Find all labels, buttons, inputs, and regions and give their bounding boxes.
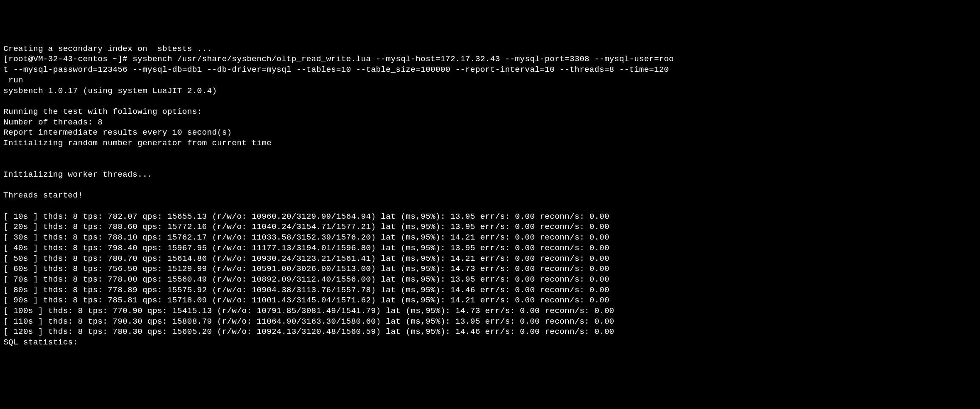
- version-info: sysbench 1.0.17 (using system LuaJIT 2.0…: [3, 86, 977, 96]
- terminal-output[interactable]: Creating a secondary index on sbtests ..…: [3, 44, 977, 348]
- result-row: [ 50s ] thds: 8 tps: 780.70 qps: 15614.8…: [3, 254, 977, 264]
- report-interval: Report intermediate results every 10 sec…: [3, 127, 977, 138]
- threads-started: Threads started!: [3, 190, 977, 201]
- command-text-1: sysbench /usr/share/sysbench/oltp_read_w…: [132, 54, 674, 64]
- prompt: [root@VM-32-43-centos ~]#: [3, 54, 132, 64]
- result-row: [ 90s ] thds: 8 tps: 785.81 qps: 15718.0…: [3, 295, 977, 306]
- result-row: [ 70s ] thds: 8 tps: 778.00 qps: 15560.4…: [3, 274, 977, 285]
- options-header: Running the test with following options:: [3, 107, 977, 117]
- threads-count: Number of threads: 8: [3, 117, 977, 128]
- blank-line: [3, 159, 977, 169]
- result-row: [ 30s ] thds: 8 tps: 788.10 qps: 15762.1…: [3, 232, 977, 243]
- blank-line: [3, 201, 977, 212]
- result-row: [ 120s ] thds: 8 tps: 780.30 qps: 15605.…: [3, 327, 977, 337]
- blank-line: [3, 149, 977, 159]
- result-row: [ 100s ] thds: 8 tps: 770.90 qps: 15415.…: [3, 306, 977, 316]
- result-row: [ 60s ] thds: 8 tps: 756.50 qps: 15129.9…: [3, 264, 977, 274]
- blank-line: [3, 96, 977, 107]
- blank-line: [3, 180, 977, 191]
- result-row: [ 80s ] thds: 8 tps: 778.89 qps: 15575.9…: [3, 285, 977, 296]
- command-text-2: t --mysql-password=123456 --mysql-db=db1…: [3, 65, 977, 75]
- result-row: [ 20s ] thds: 8 tps: 788.60 qps: 15772.1…: [3, 222, 977, 232]
- command-text-3: run: [3, 75, 977, 86]
- result-row: [ 10s ] thds: 8 tps: 782.07 qps: 15655.1…: [3, 212, 977, 222]
- command-prompt-line: [root@VM-32-43-centos ~]# sysbench /usr/…: [3, 54, 977, 65]
- partial-header: Creating a secondary index on sbtests ..…: [3, 44, 977, 54]
- sql-statistics: SQL statistics:: [3, 337, 977, 348]
- result-row: [ 40s ] thds: 8 tps: 798.40 qps: 15967.9…: [3, 243, 977, 254]
- result-row: [ 110s ] thds: 8 tps: 790.30 qps: 15808.…: [3, 316, 977, 327]
- init-random: Initializing random number generator fro…: [3, 138, 977, 149]
- init-workers: Initializing worker threads...: [3, 169, 977, 180]
